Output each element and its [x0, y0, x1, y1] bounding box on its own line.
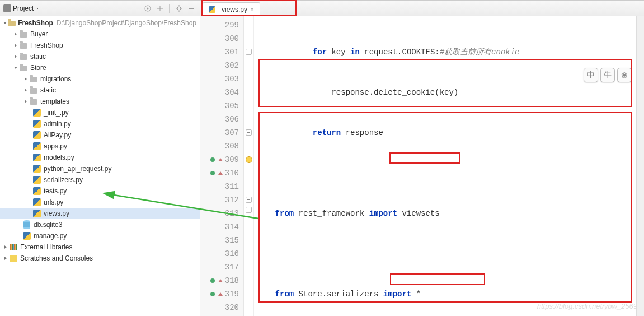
root-name: FreshShop: [18, 17, 53, 29]
file-label: views.py: [44, 208, 69, 219]
folder-icon: [19, 52, 28, 61]
project-sidebar: Project FreshShop D:\DjangoShopProject\D…: [0, 1, 200, 316]
line-num: 316: [225, 247, 239, 261]
comment: #获取当前所有cookie: [440, 48, 520, 57]
editor-panel: views.py × 299 300 301 302 303 304 305 3…: [200, 1, 644, 316]
intention-bulb-icon[interactable]: [246, 156, 252, 163]
folder-icon: [19, 30, 28, 39]
tree-file-init[interactable]: _init_.py: [0, 107, 200, 118]
folder-icon: [19, 63, 28, 72]
tree-file-views[interactable]: views.py: [0, 208, 200, 219]
fold-column: [244, 16, 254, 316]
tree-folder-migrations[interactable]: migrations: [0, 73, 200, 85]
kw: import: [369, 209, 397, 218]
kw: for: [313, 48, 327, 57]
fold-icon[interactable]: [246, 129, 252, 136]
tree-file-tests[interactable]: tests.py: [0, 185, 200, 197]
watermark-text: https://blog.csdn.net/ybw_2569: [537, 302, 637, 310]
tree-external-libraries[interactable]: External Libraries: [0, 241, 200, 253]
tok: key: [327, 48, 350, 57]
tree-file-urls[interactable]: urls.py: [0, 197, 200, 208]
tree-root-row[interactable]: FreshShop D:\DjangoShopProject\DjangoSho…: [0, 17, 200, 29]
file-label: manage.py: [34, 230, 67, 241]
folder-label: static: [30, 51, 46, 62]
chevron-right-icon: [22, 76, 29, 82]
file-label: db.sqlite3: [34, 219, 62, 230]
folder-icon: [8, 18, 16, 27]
line-num: 311: [225, 180, 239, 193]
kw: in: [350, 48, 360, 57]
python-file-icon: [32, 198, 41, 207]
tree-file-apps[interactable]: apps.py: [0, 141, 200, 152]
fold-icon[interactable]: [246, 197, 252, 203]
line-num: 305: [225, 99, 239, 113]
up-arrow-icon: [218, 292, 223, 296]
tree-scratches[interactable]: Scratches and Consoles: [0, 253, 200, 264]
tree-folder-templates[interactable]: templates: [0, 96, 200, 107]
expand-all-icon[interactable]: [155, 3, 165, 13]
file-label: apps.py: [44, 141, 67, 152]
gear-icon[interactable]: [174, 3, 184, 13]
extlib-label: External Libraries: [20, 241, 72, 253]
folder-icon: [29, 97, 38, 106]
tok: response.delete_cookie(key): [331, 88, 458, 97]
folder-icon: [29, 75, 38, 83]
kw: import: [383, 290, 411, 299]
folder-label: migrations: [40, 73, 71, 85]
editor-scrollbar[interactable]: [636, 16, 644, 316]
chevron-right-icon: [22, 98, 29, 105]
hide-icon[interactable]: [186, 3, 196, 13]
python-file-icon: [32, 131, 41, 140]
locate-icon[interactable]: [143, 3, 153, 13]
tree-folder-static2[interactable]: static: [0, 85, 200, 96]
tree-folder-freshshop[interactable]: FreshShop: [0, 40, 200, 51]
tree-folder-static[interactable]: static: [0, 51, 200, 62]
file-label: models.py: [44, 152, 74, 163]
kw: return: [313, 128, 341, 137]
chevron-down-icon: [12, 64, 19, 71]
python-file-icon: [32, 164, 41, 173]
editor-tab-views[interactable]: views.py ×: [203, 2, 260, 16]
python-file-icon: [208, 5, 217, 14]
override-marker-icon: [210, 171, 215, 175]
tree-folder-store[interactable]: Store: [0, 62, 200, 73]
python-file-icon: [32, 209, 41, 218]
tree-file-dbsqlite[interactable]: db.sqlite3: [0, 219, 200, 230]
tree-file-manage[interactable]: manage.py: [0, 230, 200, 241]
line-number-gutter: 299 300 301 302 303 304 305 306 307 308 …: [200, 16, 244, 316]
folder-label: Store: [30, 62, 46, 73]
chevron-right-icon: [2, 244, 9, 250]
fold-icon[interactable]: [246, 207, 252, 213]
svg-point-2: [177, 7, 181, 10]
ime-badge[interactable]: ❀: [617, 68, 632, 82]
line-num: 318: [225, 274, 239, 287]
ime-badge[interactable]: 中: [584, 68, 598, 82]
tree-file-admin[interactable]: admin.py: [0, 118, 200, 129]
chevron-right-icon: [12, 53, 19, 60]
fold-icon[interactable]: [246, 49, 252, 55]
root-path: D:\DjangoShopProject\DjangoShop\FreshSho…: [57, 17, 196, 29]
tree-file-serializers[interactable]: serializers.py: [0, 174, 200, 185]
line-num: 315: [225, 234, 239, 247]
tok: *: [411, 290, 421, 299]
file-label: AliPay.py: [44, 129, 71, 141]
tree-file-alipay[interactable]: AliPay.py: [0, 129, 200, 141]
ime-badge[interactable]: 牛: [600, 68, 615, 82]
python-file-icon: [32, 142, 41, 151]
file-label: urls.py: [44, 197, 63, 208]
code-area[interactable]: 299 300 301 302 303 304 305 306 307 308 …: [200, 16, 644, 316]
tab-label: views.py: [222, 6, 247, 13]
file-label: admin.py: [44, 118, 71, 129]
tree-file-models[interactable]: models.py: [0, 152, 200, 163]
tree-file-pyapireq[interactable]: python_api_request.py: [0, 163, 200, 174]
line-num: 301: [225, 45, 239, 59]
code-content[interactable]: for key in request.COOKIES:#获取当前所有cookie…: [254, 16, 636, 316]
sidebar-title-label: Project: [13, 4, 34, 12]
kw: from: [275, 290, 294, 299]
project-tree[interactable]: FreshShop D:\DjangoShopProject\DjangoSho…: [0, 16, 200, 316]
sidebar-title-button[interactable]: Project: [3, 4, 40, 12]
line-num: 319: [225, 287, 239, 301]
tree-folder-buyer[interactable]: Buyer: [0, 29, 200, 40]
line-num: 317: [225, 261, 239, 274]
close-icon[interactable]: ×: [250, 6, 254, 13]
